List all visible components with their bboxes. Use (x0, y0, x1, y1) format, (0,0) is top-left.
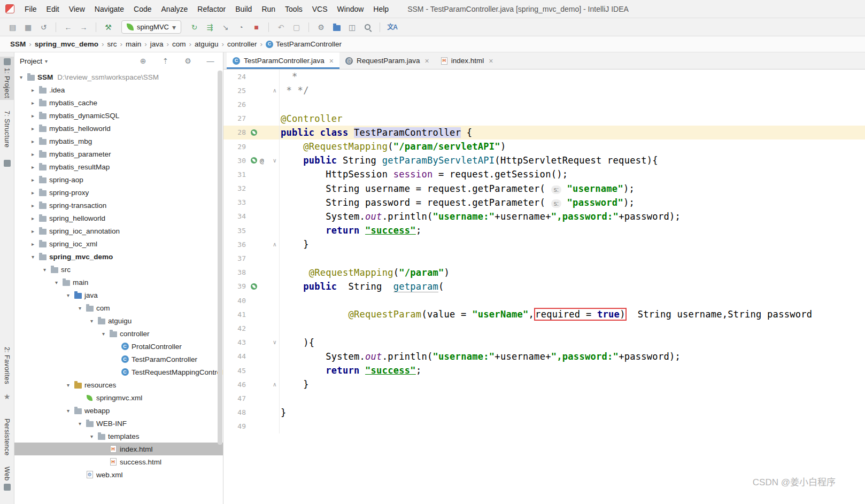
code-line-37[interactable]: 37 (223, 251, 865, 265)
tree-item-mybatis-dynamicsql[interactable]: ▸mybatis_dynamicSQL (14, 109, 223, 122)
code-line-41[interactable]: 41 @RequestParam(value = "userName",requ… (223, 307, 865, 321)
code-line-26[interactable]: 26 (223, 97, 865, 111)
tree-item-spring-proxy[interactable]: ▸spring-proxy (14, 186, 223, 199)
tree-item-mybatis-mbg[interactable]: ▸mybatis_mbg (14, 135, 223, 148)
code-line-47[interactable]: 47 (223, 391, 865, 405)
chevron-right-icon[interactable]: ▸ (28, 151, 37, 157)
tree-item-java[interactable]: ▾java (14, 289, 223, 301)
chevron-right-icon[interactable]: ▸ (28, 100, 37, 106)
run-update-button[interactable]: ⇶ (203, 20, 217, 34)
chevron-down-icon[interactable]: ▾ (75, 421, 84, 427)
tree-item-resources[interactable]: ▾resources (14, 378, 223, 391)
tree-item-spring-ioc-xml[interactable]: ▸spring_ioc_xml (14, 237, 223, 250)
chevron-down-icon[interactable]: ▾ (75, 305, 84, 311)
restore-button[interactable]: ▢ (289, 20, 304, 34)
code-line-43[interactable]: 43∨ ){ (223, 336, 865, 350)
tool-button-structure[interactable]: 7: Structure (0, 109, 14, 149)
tool-button-favorites[interactable]: 2: Favorites (0, 345, 14, 386)
tree-item-mybatis-helloworld[interactable]: ▸mybatis_helloworld (14, 122, 223, 135)
tree-item-ssm[interactable]: ▾SSMD:\review_ssm\workspace\SSM (14, 71, 223, 83)
code-line-42[interactable]: 42 (223, 321, 865, 335)
code-line-44[interactable]: 44 System.out.println("username:"+userna… (223, 350, 865, 363)
tree-item-testparamcontroller[interactable]: CTestParamController (14, 353, 223, 366)
chevron-right-icon[interactable]: ▸ (28, 126, 37, 131)
code-line-45[interactable]: 45 return "success"; (223, 363, 865, 377)
tree-item--idea[interactable]: ▸.idea (14, 83, 223, 96)
gear-button[interactable]: ⚙ (181, 55, 195, 68)
scrollbar-thumb[interactable] (218, 71, 222, 445)
code-line-25[interactable]: 25∧ * */ (223, 83, 865, 97)
chevron-right-icon[interactable]: ▸ (28, 164, 37, 170)
code-line-29[interactable]: 29 @RequestMapping("/param/servletAPI") (223, 139, 865, 153)
fold-up-icon[interactable]: ∧ (271, 237, 280, 251)
code-line-30[interactable]: 30@∨ public String getParamByServletAPI(… (223, 153, 865, 167)
save-button[interactable]: ▦ (21, 20, 35, 34)
breadcrumb-item-ssm[interactable]: SSM (7, 40, 28, 49)
spring-bean-gutter-icon[interactable] (251, 129, 257, 136)
chevron-right-icon[interactable]: ▸ (28, 241, 37, 247)
chevron-right-icon[interactable]: ▸ (28, 190, 37, 196)
fold-up-icon[interactable]: ∧ (271, 83, 280, 97)
build-button[interactable]: ⚒ (101, 20, 115, 34)
tree-item-src[interactable]: ▾src (14, 263, 223, 276)
chevron-right-icon[interactable]: ▸ (28, 177, 37, 183)
tree-item-templates[interactable]: ▾templates (14, 430, 223, 443)
tree-item-spring-aop[interactable]: ▸spring-aop (14, 173, 223, 186)
chevron-down-icon[interactable]: ▾ (40, 267, 49, 273)
code-line-49[interactable]: 49 (223, 420, 865, 433)
chevron-down-icon[interactable]: ▾ (64, 292, 73, 298)
project-view-selector[interactable]: Project ▾ (20, 57, 48, 65)
tree-item-protalcontroller[interactable]: CProtalController (14, 340, 223, 353)
tree-item-web-xml[interactable]: ⚙web.xml (14, 468, 223, 481)
tab-requestparam-java[interactable]: @RequestParam.java× (339, 52, 435, 69)
tree-item-main[interactable]: ▾main (14, 276, 223, 289)
code-line-34[interactable]: 34 System.out.println("username:"+userna… (223, 210, 865, 223)
code-line-24[interactable]: 24 * (223, 69, 865, 83)
code-line-27[interactable]: 27@Controller (223, 112, 865, 126)
breadcrumb-item-java[interactable]: java (148, 40, 166, 49)
menu-analyze[interactable]: Analyze (157, 3, 193, 15)
chevron-down-icon[interactable]: ▾ (17, 74, 26, 80)
tree-item-spring-mvc-demo[interactable]: ▾spring_mvc_demo (14, 250, 223, 263)
tree-item-mybatis-parameter[interactable]: ▸mybatis_parameter (14, 148, 223, 160)
menu-refactor[interactable]: Refactor (192, 3, 230, 15)
tree-item-web-inf[interactable]: ▾WEB-INF (14, 417, 223, 430)
close-icon[interactable]: × (425, 57, 429, 65)
menu-help[interactable]: Help (368, 3, 393, 15)
close-icon[interactable]: × (489, 57, 493, 65)
code-line-46[interactable]: 46∧ } (223, 377, 865, 391)
favorites-star[interactable]: ★ (0, 391, 14, 402)
tree-item-webapp[interactable]: ▾webapp (14, 404, 223, 417)
tree-item-springmvc-xml[interactable]: springmvc.xml (14, 391, 223, 404)
tab-testparamcontroller-java[interactable]: CTestParamController.java× (227, 52, 339, 69)
menu-window[interactable]: Window (333, 3, 369, 15)
chevron-right-icon[interactable]: ▸ (28, 87, 37, 93)
locate-button[interactable]: ⊕ (136, 55, 150, 68)
code-lines[interactable]: 24 *25∧ * */2627@Controller28public clas… (223, 69, 865, 504)
code-line-28[interactable]: 28public class TestParamController { (223, 126, 865, 139)
step-button[interactable]: ↘ (218, 20, 233, 34)
tree-item-testrequestmappingcontroller[interactable]: CTestRequestMappingController (14, 366, 223, 378)
menu-navigate[interactable]: Navigate (90, 3, 129, 15)
code-line-38[interactable]: 38 @RequestMapping("/param") (223, 266, 865, 280)
tree-item-atguigu[interactable]: ▾atguigu (14, 314, 223, 327)
code-line-35[interactable]: 35 return "success"; (223, 223, 865, 237)
fold-up-icon[interactable]: ∧ (271, 377, 280, 391)
code-line-40[interactable]: 40 (223, 293, 865, 307)
chevron-right-icon[interactable]: ▸ (28, 113, 37, 119)
code-line-32[interactable]: 32 String username = request.getParamete… (223, 182, 865, 196)
chevron-down-icon[interactable]: ▾ (64, 382, 73, 388)
tree-item-mybatis-resultmap[interactable]: ▸mybatis_resultMap (14, 160, 223, 173)
menu-file[interactable]: File (20, 3, 42, 15)
search-button[interactable] (360, 20, 375, 34)
breadcrumb-item-atguigu[interactable]: atguigu (192, 40, 221, 49)
chevron-right-icon[interactable]: ▸ (28, 215, 37, 221)
run-config-select[interactable]: spingMVC▾ (121, 20, 181, 34)
annotation-gutter-icon[interactable]: @ (260, 157, 264, 164)
tool-button-web[interactable]: Web (0, 465, 14, 492)
breadcrumb-item-main[interactable]: main (123, 40, 144, 49)
sync-button[interactable]: ↺ (36, 20, 51, 34)
coverage-button[interactable]: ◔ (234, 20, 248, 34)
translate-button[interactable]: 文A (385, 20, 399, 34)
chevron-down-icon[interactable]: ▾ (52, 280, 61, 285)
